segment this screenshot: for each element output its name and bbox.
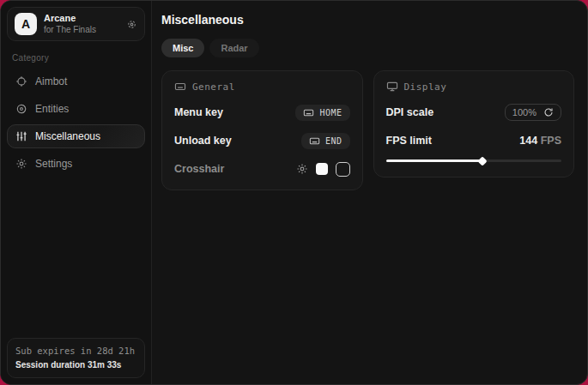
unload-key-row: Unload key END xyxy=(174,132,350,149)
tab-misc[interactable]: Misc xyxy=(161,39,204,57)
sidebar-item-label: Aimbot xyxy=(35,75,67,87)
menu-key-button[interactable]: HOME xyxy=(295,105,349,121)
refresh-icon[interactable] xyxy=(543,107,554,117)
sidebar-item-entities[interactable]: Entities xyxy=(7,97,145,121)
crosshair-preview-box[interactable] xyxy=(336,162,350,177)
unload-key-label: Unload key xyxy=(174,135,232,147)
slider-thumb[interactable] xyxy=(477,156,487,165)
sidebar-item-label: Miscellaneous xyxy=(35,130,100,142)
general-card: General Menu key HOME Unload key xyxy=(161,70,363,190)
fps-limit-row: FPS limit 144 FPS xyxy=(386,132,562,149)
keyboard-icon xyxy=(309,135,320,147)
dpi-scale-row: DPI scale 100% xyxy=(386,104,562,121)
fps-limit-unit: FPS xyxy=(541,135,561,147)
unload-key-value: END xyxy=(325,136,342,146)
sidebar-item-miscellaneous[interactable]: Miscellaneous xyxy=(7,124,145,148)
category-label: Category xyxy=(12,53,140,63)
subscription-info: Sub expires in 28d 21h Session duration … xyxy=(7,338,145,378)
fps-limit-value: 144 xyxy=(519,135,537,147)
display-card: Display DPI scale 100% FPS limit xyxy=(373,70,575,177)
unload-key-button[interactable]: END xyxy=(301,133,350,149)
keyboard-icon xyxy=(174,81,186,93)
crosshair-settings-gear-icon[interactable] xyxy=(296,163,308,175)
crosshair-icon xyxy=(15,75,27,87)
brand-name: Arcane xyxy=(44,13,119,25)
sliders-icon xyxy=(15,130,27,142)
main-panel: Miscellaneous Misc Radar General xyxy=(152,1,587,384)
fps-limit-label: FPS limit xyxy=(386,135,432,147)
monitor-icon xyxy=(386,81,398,93)
keyboard-icon xyxy=(303,107,314,118)
crosshair-label: Crosshair xyxy=(174,163,224,175)
sidebar: A Arcane for The Finals Category xyxy=(1,1,152,384)
sidebar-item-aimbot[interactable]: Aimbot xyxy=(7,69,145,93)
sidebar-nav: Aimbot Entities Miscellaneous xyxy=(7,69,145,176)
dpi-scale-value: 100% xyxy=(512,107,536,117)
entities-icon xyxy=(15,103,27,115)
sidebar-item-label: Settings xyxy=(35,158,72,170)
card-title: General xyxy=(192,81,235,93)
menu-key-label: Menu key xyxy=(174,106,223,118)
account-target-icon[interactable] xyxy=(126,19,137,30)
gear-icon xyxy=(15,158,27,170)
dpi-scale-label: DPI scale xyxy=(386,106,434,118)
crosshair-color-swatch[interactable] xyxy=(316,163,328,175)
avatar: A xyxy=(15,13,37,35)
app-window: A Arcane for The Finals Category xyxy=(0,0,588,385)
menu-key-row: Menu key HOME xyxy=(174,104,350,121)
menu-key-value: HOME xyxy=(319,108,342,117)
brand-box: A Arcane for The Finals xyxy=(7,7,145,41)
dpi-scale-input[interactable]: 100% xyxy=(505,104,561,121)
brand-subtitle: for The Finals xyxy=(44,25,119,36)
tab-radar[interactable]: Radar xyxy=(209,39,258,57)
sidebar-item-label: Entities xyxy=(35,103,69,115)
page-title: Miscellaneous xyxy=(161,13,574,27)
sub-expiry: Sub expires in 28d 21h xyxy=(15,345,136,358)
slider-fill xyxy=(386,159,482,162)
tab-bar: Misc Radar xyxy=(161,39,574,57)
session-duration: Session duration 31m 33s xyxy=(15,358,136,371)
sidebar-item-settings[interactable]: Settings xyxy=(7,152,145,176)
crosshair-row: Crosshair xyxy=(174,160,350,177)
card-title: Display xyxy=(404,81,447,93)
fps-limit-slider[interactable] xyxy=(386,156,562,165)
